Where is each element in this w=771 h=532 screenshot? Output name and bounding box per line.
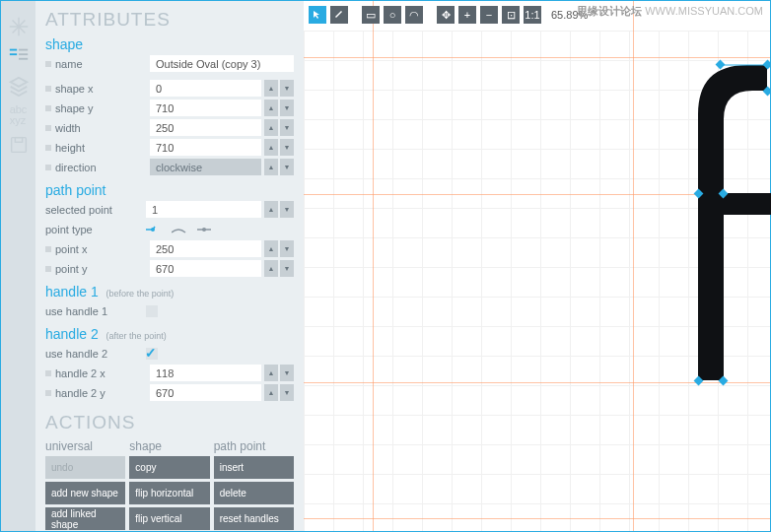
direction-select[interactable]: clockwise bbox=[150, 159, 261, 175]
width-label: width bbox=[55, 122, 150, 134]
stepper-down[interactable]: ▼ bbox=[280, 260, 294, 277]
svg-rect-1 bbox=[9, 53, 16, 55]
fit-tool[interactable]: ⊡ bbox=[502, 6, 520, 24]
point-type-label: point type bbox=[45, 224, 146, 235]
stepper-up[interactable]: ▲ bbox=[264, 119, 278, 136]
canvas[interactable] bbox=[304, 1, 770, 531]
stepper-down[interactable]: ▼ bbox=[280, 80, 294, 97]
point-type-selector[interactable] bbox=[146, 225, 215, 234]
stepper-down[interactable]: ▼ bbox=[280, 384, 294, 401]
pan-tool[interactable]: ✥ bbox=[437, 6, 455, 24]
stepper-down[interactable]: ▼ bbox=[280, 201, 294, 218]
glyph-shape[interactable] bbox=[678, 55, 771, 400]
stepper-up[interactable]: ▲ bbox=[264, 240, 278, 257]
shape-x-label: shape x bbox=[55, 83, 150, 95]
zoom-in-tool[interactable]: + bbox=[458, 6, 476, 24]
flip-vertical-button[interactable]: flip vertical bbox=[129, 507, 209, 530]
shape-y-input[interactable]: 710 bbox=[150, 100, 261, 116]
point-x-input[interactable]: 250 bbox=[150, 240, 261, 257]
panel-header: ATTRIBUTES bbox=[45, 9, 294, 31]
svg-point-7 bbox=[151, 228, 155, 232]
stepper-up[interactable]: ▲ bbox=[264, 365, 278, 381]
section-handle1: handle 1 (before the point) bbox=[45, 284, 294, 299]
stepper-down[interactable]: ▼ bbox=[280, 119, 294, 136]
stepper-up[interactable]: ▲ bbox=[264, 139, 278, 156]
oval-tool[interactable]: ○ bbox=[384, 6, 401, 24]
delete-point-button[interactable]: delete bbox=[214, 482, 294, 504]
stepper-up[interactable]: ▲ bbox=[264, 384, 278, 401]
svg-rect-6 bbox=[15, 138, 22, 143]
attributes-panel: ATTRIBUTES shape nameOutside Oval (copy … bbox=[35, 1, 304, 531]
canvas-toolbar: ▭ ○ ◠ ✥ + − ⊡ 1:1 65.89% bbox=[309, 6, 588, 24]
point-x-label: point x bbox=[55, 243, 150, 255]
shape-actions-title: shape bbox=[129, 439, 209, 453]
name-input[interactable]: Outside Oval (copy 3) bbox=[150, 55, 294, 72]
stepper-up[interactable]: ▲ bbox=[264, 100, 278, 116]
stepper-up[interactable]: ▲ bbox=[264, 80, 278, 97]
layers-icon[interactable] bbox=[7, 74, 31, 98]
canvas-area[interactable]: ▭ ○ ◠ ✥ + − ⊡ 1:1 65.89% bbox=[304, 1, 770, 531]
svg-rect-5 bbox=[11, 138, 26, 153]
shape-y-label: shape y bbox=[55, 102, 150, 114]
width-input[interactable]: 250 bbox=[150, 119, 261, 136]
use-handle2-label: use handle 2 bbox=[45, 348, 146, 360]
use-handle2-checkbox[interactable] bbox=[146, 348, 158, 360]
guide-vertical[interactable] bbox=[633, 1, 634, 531]
point-y-label: point y bbox=[55, 263, 150, 275]
zoom-out-tool[interactable]: − bbox=[480, 6, 498, 24]
stepper-down[interactable]: ▼ bbox=[280, 240, 294, 257]
use-handle1-label: use handle 1 bbox=[45, 305, 146, 317]
point-y-input[interactable]: 670 bbox=[150, 260, 261, 277]
svg-rect-4 bbox=[19, 58, 28, 60]
stepper-up[interactable]: ▲ bbox=[264, 201, 278, 218]
sidebar-iconbar: abcxyz bbox=[1, 1, 35, 531]
svg-point-8 bbox=[202, 228, 206, 232]
guide-vertical[interactable] bbox=[373, 1, 374, 531]
direction-label: direction bbox=[55, 162, 150, 173]
compass-icon[interactable] bbox=[7, 15, 31, 38]
handle2-x-label: handle 2 x bbox=[55, 367, 150, 379]
section-shape: shape bbox=[45, 36, 294, 52]
height-input[interactable]: 710 bbox=[150, 139, 261, 156]
section-handle2: handle 2 (after the point) bbox=[45, 326, 294, 342]
add-linked-shape-button[interactable]: add linked shape bbox=[45, 507, 125, 530]
svg-rect-0 bbox=[9, 49, 16, 51]
selected-point-input[interactable]: 1 bbox=[146, 201, 261, 218]
watermark: 思缘设计论坛 WWW.MISSYUAN.COM bbox=[577, 4, 763, 19]
insert-button[interactable]: insert bbox=[214, 456, 294, 479]
pointer-tool[interactable] bbox=[309, 6, 326, 24]
one-to-one-tool[interactable]: 1:1 bbox=[524, 6, 541, 24]
actions-header: ACTIONS bbox=[45, 412, 294, 433]
use-handle1-checkbox[interactable] bbox=[146, 305, 158, 317]
stepper-down[interactable]: ▼ bbox=[280, 365, 294, 381]
text-icon[interactable]: abcxyz bbox=[7, 103, 31, 127]
stepper-down[interactable]: ▼ bbox=[280, 100, 294, 116]
stepper-up[interactable]: ▲ bbox=[264, 159, 278, 175]
attributes-icon[interactable] bbox=[7, 44, 31, 68]
pen-tool[interactable] bbox=[330, 6, 348, 24]
path-point-actions-title: path point bbox=[214, 439, 294, 453]
stepper-down[interactable]: ▼ bbox=[280, 159, 294, 175]
shape-x-input[interactable]: 0 bbox=[150, 80, 261, 97]
path-tool[interactable]: ◠ bbox=[405, 6, 423, 24]
reset-handles-button[interactable]: reset handles bbox=[214, 507, 294, 530]
section-path-point: path point bbox=[45, 182, 294, 198]
svg-rect-2 bbox=[19, 49, 28, 51]
selected-point-label: selected point bbox=[45, 204, 146, 216]
handle2-y-input[interactable]: 670 bbox=[150, 384, 261, 401]
universal-title: universal bbox=[45, 439, 125, 453]
stepper-down[interactable]: ▼ bbox=[280, 139, 294, 156]
stepper-up[interactable]: ▲ bbox=[264, 260, 278, 277]
add-new-shape-button[interactable]: add new shape bbox=[45, 482, 125, 504]
handle2-x-input[interactable]: 118 bbox=[150, 365, 261, 381]
svg-rect-3 bbox=[19, 53, 28, 55]
undo-button[interactable]: undo bbox=[45, 456, 125, 479]
handle2-y-label: handle 2 y bbox=[55, 387, 150, 399]
name-label: name bbox=[55, 58, 150, 70]
height-label: height bbox=[55, 142, 150, 154]
flip-horizontal-button[interactable]: flip horizontal bbox=[129, 482, 209, 504]
copy-button[interactable]: copy bbox=[129, 456, 209, 479]
save-icon[interactable] bbox=[7, 133, 31, 157]
rect-tool[interactable]: ▭ bbox=[362, 6, 380, 24]
